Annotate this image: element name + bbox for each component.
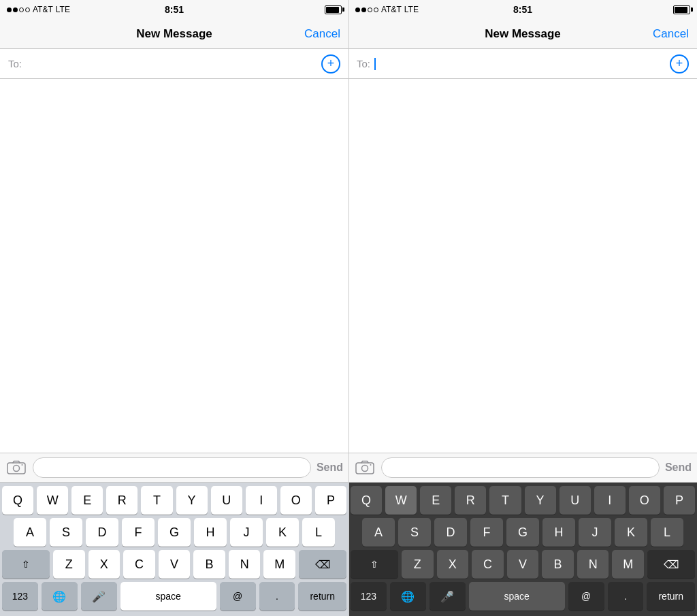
key-C-left[interactable]: C <box>123 550 155 579</box>
keyboard-right: Q W E R T Y U I O P A S D F G H J K L ⇧ … <box>348 483 697 616</box>
message-area-left[interactable] <box>0 79 348 453</box>
key-K-left[interactable]: K <box>266 518 299 547</box>
key-A-left[interactable]: A <box>14 518 46 547</box>
time-left: 8:51 <box>165 4 184 15</box>
key-F-left[interactable]: F <box>122 518 155 547</box>
key-L-left[interactable]: L <box>302 518 335 547</box>
key-shift-right[interactable]: ⇧ <box>351 550 398 579</box>
panel-divider <box>348 0 349 616</box>
key-I-left[interactable]: I <box>246 486 277 515</box>
key-Y-left[interactable]: Y <box>176 486 208 515</box>
key-R-left[interactable]: R <box>106 486 137 515</box>
to-field-left[interactable]: To: + <box>0 49 348 79</box>
key-space-right[interactable]: space <box>469 582 565 611</box>
key-return-left[interactable]: return <box>298 582 346 611</box>
key-G-left[interactable]: G <box>158 518 191 547</box>
key-S-left[interactable]: S <box>50 518 82 547</box>
key-H-right[interactable]: H <box>542 518 575 547</box>
key-A-right[interactable]: A <box>362 518 395 547</box>
key-delete-left[interactable]: ⌫ <box>299 550 346 579</box>
key-T-right[interactable]: T <box>489 486 521 515</box>
key-mic-left[interactable]: 🎤 <box>81 582 117 611</box>
key-N-left[interactable]: N <box>229 550 261 579</box>
key-row-3-right: ⇧ Z X C V B N M ⌫ <box>348 547 697 579</box>
camera-button-right[interactable] <box>354 457 376 479</box>
camera-button-left[interactable] <box>5 457 27 479</box>
nav-bar-right: New Message Cancel <box>348 19 697 49</box>
key-P-right[interactable]: P <box>664 486 695 515</box>
message-input-left[interactable] <box>33 457 311 478</box>
key-H-left[interactable]: H <box>194 518 227 547</box>
key-globe-left[interactable]: 🌐 <box>42 582 78 611</box>
cancel-button-left[interactable]: Cancel <box>304 27 340 41</box>
key-Z-right[interactable]: Z <box>402 550 434 579</box>
key-G-right[interactable]: G <box>506 518 539 547</box>
key-V-right[interactable]: V <box>507 550 539 579</box>
key-at-left[interactable]: @ <box>220 582 256 611</box>
key-S-right[interactable]: S <box>398 518 431 547</box>
key-Z-left[interactable]: Z <box>53 550 85 579</box>
key-C-right[interactable]: C <box>472 550 504 579</box>
key-D-left[interactable]: D <box>86 518 118 547</box>
key-J-left[interactable]: J <box>230 518 263 547</box>
key-U-left[interactable]: U <box>211 486 242 515</box>
key-B-left[interactable]: B <box>193 550 225 579</box>
key-D-right[interactable]: D <box>434 518 467 547</box>
key-period-right[interactable]: . <box>608 582 644 611</box>
key-R-right[interactable]: R <box>455 486 486 515</box>
key-V-left[interactable]: V <box>159 550 191 579</box>
key-delete-right[interactable]: ⌫ <box>647 550 695 579</box>
add-recipient-button-right[interactable]: + <box>670 54 689 74</box>
key-Q-right[interactable]: Q <box>351 486 382 515</box>
message-input-right[interactable] <box>381 457 660 478</box>
key-period-left[interactable]: . <box>259 582 295 611</box>
key-O-right[interactable]: O <box>629 486 660 515</box>
cancel-button-right[interactable]: Cancel <box>653 27 689 41</box>
signal-dot-r3 <box>368 7 372 12</box>
left-phone-panel: AT&T LTE 8:51 New Message Cancel To: + <box>0 0 348 616</box>
key-E-left[interactable]: E <box>71 486 103 515</box>
key-at-right[interactable]: @ <box>568 582 604 611</box>
key-shift-left[interactable]: ⇧ <box>2 550 50 579</box>
send-button-right[interactable]: Send <box>665 461 692 474</box>
key-123-left[interactable]: 123 <box>2 582 38 611</box>
key-T-left[interactable]: T <box>141 486 172 515</box>
send-button-left[interactable]: Send <box>317 461 343 474</box>
key-P-left[interactable]: P <box>315 486 346 515</box>
key-Q-left[interactable]: Q <box>2 486 33 515</box>
keyboard-left: Q W E R T Y U I O P A S D F G H J K L ⇧ … <box>0 483 348 616</box>
key-return-right[interactable]: return <box>647 582 695 611</box>
battery-icon-right <box>673 5 690 14</box>
key-mic-right[interactable]: 🎤 <box>429 582 466 611</box>
key-L-right[interactable]: L <box>651 518 683 547</box>
key-row-3-left: ⇧ Z X C V B N M ⌫ <box>0 547 348 579</box>
key-M-left[interactable]: M <box>263 550 295 579</box>
input-toolbar-right: Send <box>348 453 697 483</box>
nav-bar-left: New Message Cancel <box>0 19 348 49</box>
key-I-right[interactable]: I <box>594 486 626 515</box>
key-B-right[interactable]: B <box>542 550 574 579</box>
key-N-right[interactable]: N <box>577 550 609 579</box>
key-E-right[interactable]: E <box>420 486 451 515</box>
key-space-left[interactable]: space <box>120 582 216 611</box>
key-K-right[interactable]: K <box>615 518 647 547</box>
to-field-right[interactable]: To: + <box>348 49 697 79</box>
key-X-left[interactable]: X <box>88 550 120 579</box>
key-W-left[interactable]: W <box>37 486 68 515</box>
key-globe-right[interactable]: 🌐 <box>390 582 426 611</box>
add-recipient-button-left[interactable]: + <box>321 54 340 74</box>
key-O-left[interactable]: O <box>280 486 312 515</box>
camera-icon-left <box>7 460 26 475</box>
message-area-right[interactable] <box>348 79 697 453</box>
right-phone-panel: AT&T LTE 8:51 New Message Cancel To: + <box>348 0 697 616</box>
key-W-right[interactable]: W <box>385 486 417 515</box>
signal-dot-r2 <box>361 7 366 12</box>
signal-dot-2 <box>13 7 18 12</box>
key-X-right[interactable]: X <box>437 550 469 579</box>
key-J-right[interactable]: J <box>579 518 611 547</box>
key-M-right[interactable]: M <box>612 550 644 579</box>
key-U-right[interactable]: U <box>560 486 591 515</box>
key-F-right[interactable]: F <box>470 518 503 547</box>
key-123-right[interactable]: 123 <box>351 582 387 611</box>
key-Y-right[interactable]: Y <box>525 486 556 515</box>
